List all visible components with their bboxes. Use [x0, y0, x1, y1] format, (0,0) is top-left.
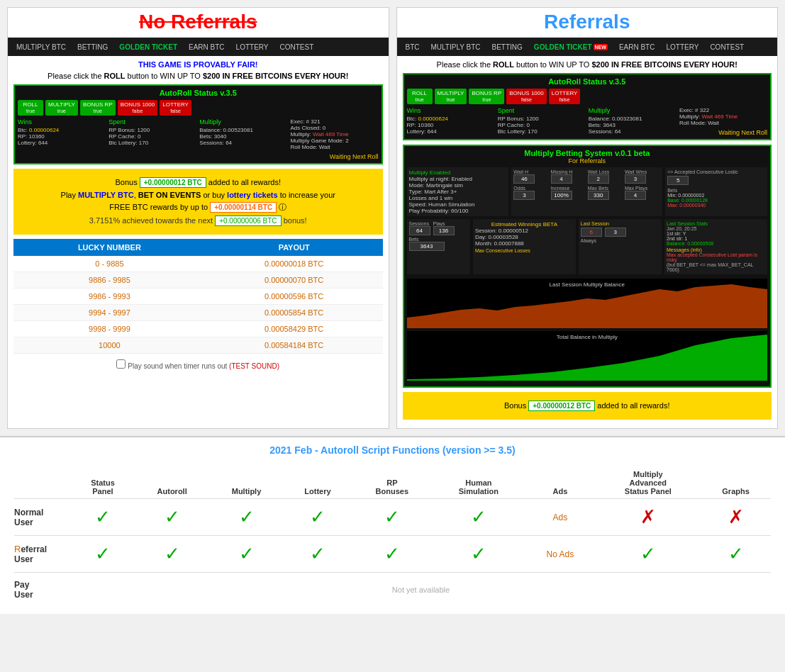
right-nav-multiply[interactable]: MULTIPLY BTC: [425, 38, 486, 56]
not-available-text: Not yet available: [392, 586, 450, 594]
sessions-val: 64: [409, 226, 430, 235]
r-multiply-block: Multiply Balance: 0.00323081 Bets: 3643 …: [589, 107, 677, 136]
nav-lottery[interactable]: LOTTERY: [230, 38, 274, 56]
nav-contest[interactable]: CONTEST: [274, 38, 320, 56]
sound-checkbox[interactable]: [116, 359, 126, 369]
right-nav-golden[interactable]: GOLDEN TICKET NEW: [528, 38, 613, 56]
graph2-label: Total Balance in Multiply: [557, 334, 618, 340]
bets-stat: Bets: 3040: [199, 133, 287, 140]
r-multiply-btn[interactable]: MULTIPLYtrue: [435, 89, 467, 104]
multiply-btn[interactable]: MULTIPLYtrue: [45, 100, 78, 116]
sessions-stat: Sessions 64: [409, 221, 430, 235]
r-bonus-1000-btn[interactable]: BONUS 1000false: [506, 89, 546, 104]
cross-icon: ✗: [728, 506, 744, 527]
normal-multiply: ✓: [209, 499, 283, 536]
r-bonus-rp-btn[interactable]: BONUS RPtrue: [469, 89, 504, 104]
waiting-roll: Waiting Next Roll: [290, 153, 378, 160]
r-roll-btn[interactable]: ROLLtrue: [407, 89, 433, 104]
table-row: 9886 - 99850.00000070 BTC: [13, 272, 383, 289]
check-icon: ✓: [640, 543, 656, 564]
multiply-link[interactable]: MULTIPLY BTC: [78, 191, 134, 199]
autoroll-title: AutoRoll Status v.3.5: [18, 89, 379, 97]
payout-val: 0.00000596 BTC: [206, 289, 383, 305]
check-icon: ✓: [471, 543, 486, 564]
wait-loss-val[interactable]: 2: [588, 174, 609, 184]
btc-lottery-stat: Btc Lottery: 170: [108, 140, 196, 146]
lottery-link[interactable]: lottery tickets: [227, 191, 278, 199]
right-nav-contest[interactable]: CONTEST: [704, 38, 750, 56]
bonus-line2: Play MULTIPLY BTC, BET ON EVENTS or buy …: [21, 191, 376, 199]
r-lottery-btn[interactable]: LOTTERYfalse: [549, 89, 581, 104]
right-nav-earn[interactable]: EARN BTC: [613, 38, 661, 56]
col-ads: Ads: [525, 467, 595, 499]
multiply-params: Wait H 46 Missing H 4 Wait Loss 2: [511, 167, 662, 216]
multiply-config: Multiply Enabled Multiply at night: Enab…: [407, 167, 509, 216]
right-nav-btc[interactable]: BTC: [400, 38, 425, 56]
nav-betting[interactable]: BETTING: [72, 38, 113, 56]
balance-last-stat: Balance: 0.00000508: [667, 241, 765, 246]
wait-wins-val[interactable]: 3: [625, 174, 646, 184]
lucky-range: 9998 - 9999: [13, 321, 206, 337]
stats-row: Wins Btc: 0.00000624 RP: 10360 Lottery: …: [18, 118, 379, 160]
multiply-betting-title: Multiply Betting System v.0.1 beta: [407, 149, 768, 157]
nav-earn-btc[interactable]: EARN BTC: [183, 38, 230, 56]
max-plays-val[interactable]: 4: [625, 191, 646, 200]
last-session-stats: Last Session Stats Jan 20, 20:25 1st str…: [664, 219, 767, 274]
messages-detail: (but BET_BET <= max MAX_BET_CAL 7600): [667, 262, 765, 272]
autoroll-buttons: ROLLtrue MULTIPLYtrue BONUS RPtrue BONUS…: [18, 100, 379, 116]
max-bets-val[interactable]: 330: [588, 191, 609, 200]
lucky-number-table: LUCKY NUMBER PAYOUT 0 - 98850.00000018 B…: [13, 239, 383, 354]
referral-graphs: ✓: [701, 536, 771, 573]
right-panel-content: Please click the ROLL button to WIN UP T…: [397, 56, 778, 428]
rp-cache-stat: RP Cache: 0: [108, 133, 196, 140]
fair-notice: THIS GAME IS PROVABLY FAIR!: [13, 60, 383, 69]
graph1-label: Last Session Multiply Balance: [550, 281, 625, 288]
col-multiply: Multiply: [209, 467, 283, 499]
nav-multiply-btc[interactable]: MULTIPLY BTC: [11, 38, 72, 56]
lottery-btn[interactable]: LOTTERYfalse: [160, 100, 191, 116]
top-comparison-section: No Referrals MULTIPLY BTC BETTING GOLDEN…: [0, 0, 785, 436]
str1-stat: 1st str: Y: [667, 231, 765, 236]
estimated-title: Estimated Winnings BETA: [475, 221, 574, 228]
lucky-table-body: 0 - 98850.00000018 BTC9886 - 99850.00000…: [13, 256, 383, 354]
normal-autoroll: ✓: [135, 499, 209, 536]
normal-user-row: NormalUser ✓ ✓ ✓ ✓ ✓ ✓ Ads ✗ ✗: [14, 499, 771, 536]
test-sound-link[interactable]: (TEST SOUND): [229, 362, 279, 370]
col-graphs: Graphs: [701, 467, 771, 499]
odds-val[interactable]: 3: [513, 191, 535, 200]
payout-val: 0.00000070 BTC: [206, 272, 383, 289]
svg-marker-0: [407, 284, 768, 328]
consec-val2: 3: [605, 228, 626, 237]
check-icon: ✓: [95, 506, 111, 527]
check-icon: ✓: [239, 543, 255, 564]
multiply-top-row: Multiply Enabled Multiply at night: Enab…: [407, 167, 768, 216]
referrals-panel: Referrals BTC MULTIPLY BTC BETTING GOLDE…: [396, 7, 779, 429]
increase-cell: Increase 100%: [551, 186, 586, 200]
check-icon: ✓: [471, 506, 486, 527]
lottery-stat: Lottery: 644: [18, 140, 106, 146]
normal-graphs: ✗: [701, 499, 771, 536]
r-waiting-roll: Waiting Next Roll: [679, 129, 767, 136]
roll-btn[interactable]: ROLLtrue: [18, 100, 43, 116]
check-icon: ✓: [384, 543, 400, 564]
bonus-1000-btn[interactable]: BONUS 1000false: [118, 100, 157, 116]
multiply-betting-subtitle: For Referrals: [407, 157, 768, 164]
right-autoroll-buttons: ROLLtrue MULTIPLYtrue BONUS RPtrue BONUS…: [407, 89, 768, 104]
accepted-val[interactable]: 5: [667, 176, 689, 185]
right-nav-lottery[interactable]: LOTTERY: [660, 38, 704, 56]
cross-icon: ✗: [640, 506, 656, 527]
nav-golden-ticket[interactable]: GOLDEN TICKET: [113, 38, 183, 56]
multiply-type: Type: Mart After 3+: [409, 189, 507, 195]
right-nav-betting[interactable]: BETTING: [486, 38, 528, 56]
increase-val[interactable]: 100%: [551, 191, 572, 200]
referral-human-sim: ✓: [432, 536, 525, 573]
bonus-rp-btn[interactable]: BONUS RPtrue: [80, 100, 116, 116]
wins-block: Wins Btc: 0.00000624 RP: 10360 Lottery: …: [18, 118, 106, 160]
wait-h-val[interactable]: 46: [513, 174, 535, 184]
col-multiply-advanced: MultiplyAdvancedStatus Panel: [595, 467, 701, 499]
bonus-badge-1: +0.00000012 BTC: [140, 177, 206, 188]
rp-stat: RP: 10360: [18, 133, 106, 140]
missing-h-val[interactable]: 4: [551, 174, 572, 184]
no-ads-label: No Ads: [547, 549, 574, 559]
consec-last-label: Last Session: [581, 221, 659, 226]
